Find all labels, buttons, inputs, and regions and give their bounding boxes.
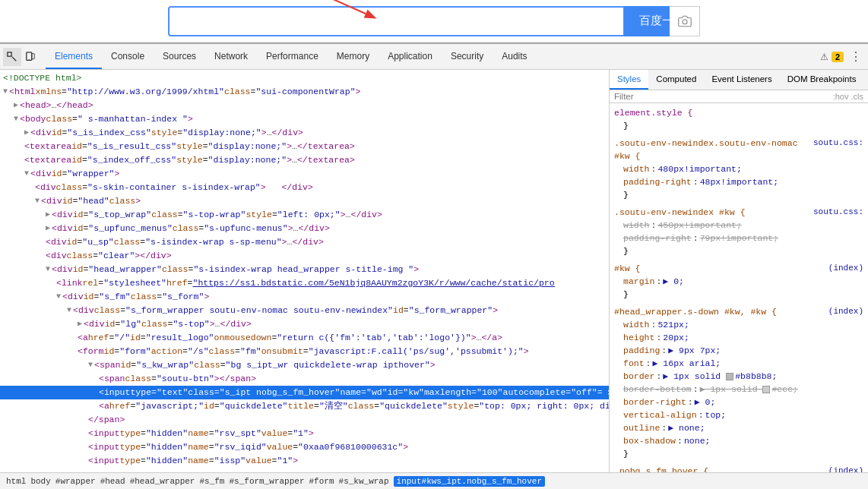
breadcrumb-input-active[interactable]: input#kws_ipt.nobg_s_fm_hover xyxy=(394,476,545,487)
html-line[interactable]: <a href="javascript;" id="quickdelete" t… xyxy=(0,399,609,413)
html-line[interactable]: ▼ <body class=" s-manhattan-index " > xyxy=(0,112,609,126)
devtools-icon-group xyxy=(3,48,40,66)
style-source[interactable]: (index) xyxy=(828,465,863,472)
breadcrumb-wrapper[interactable]: #wrapper xyxy=(55,477,96,486)
styles-tab-computed[interactable]: Computed xyxy=(648,70,704,90)
style-source[interactable]: soutu.css: xyxy=(813,137,863,162)
tab-audits[interactable]: Audits xyxy=(493,44,536,69)
html-line[interactable]: <div class="s-skin-container s-isindex-w… xyxy=(0,181,609,194)
styles-tab-properties[interactable]: Proper... xyxy=(863,70,868,90)
style-rule-2: .soutu-env-newindex #kw { soutu.css: wid… xyxy=(614,206,863,257)
selector-text: .nobg_s_fm_hover { xyxy=(614,465,708,472)
tab-console[interactable]: Console xyxy=(102,44,154,69)
tab-elements[interactable]: Elements xyxy=(46,44,102,69)
tab-memory[interactable]: Memory xyxy=(328,44,379,69)
style-rule-4: #head_wrapper.s-down #kw, #kw { (index) … xyxy=(614,305,863,460)
tab-sources[interactable]: Sources xyxy=(154,44,205,69)
selector-text: .soutu-env-newindex #kw { xyxy=(614,206,746,219)
devtools-body: <!DOCTYPE html> ▼ <html xmlns="http://ww… xyxy=(0,70,868,472)
html-line[interactable]: ▶ <div id="s_top_wrap" class="s-top-wrap… xyxy=(0,208,609,222)
devtools-panel: Elements Console Sources Network Perform… xyxy=(0,43,868,489)
html-line[interactable]: ▶ <div id="s_is_index_css" style="displa… xyxy=(0,126,609,140)
styles-filter-input[interactable] xyxy=(614,92,833,101)
html-line[interactable]: <span class="soutu-btn" ></span> xyxy=(0,372,609,386)
style-rule-3: #kw { (index) margin : ▶ 0; } xyxy=(614,262,863,301)
camera-icon[interactable] xyxy=(670,6,700,36)
tab-performance[interactable]: Performance xyxy=(257,44,328,69)
html-line[interactable]: </span> xyxy=(0,413,609,427)
html-line[interactable]: <div id="u_sp" class="s-isindex-wrap s-s… xyxy=(0,235,609,249)
element-picker-icon[interactable] xyxy=(3,48,21,66)
devtools-toolbar-right: ⚠ 2 ⋮ xyxy=(820,48,865,66)
html-line[interactable]: ▼ <div id="s_fm" class="s_form" > xyxy=(0,290,609,304)
html-line[interactable]: <input type="hidden" name="rsv_spt" valu… xyxy=(0,427,609,440)
style-rule-1: .soutu-env-newindex.soutu-env-nomac #kw … xyxy=(614,137,863,201)
warning-icon: ⚠ xyxy=(820,52,828,62)
html-line[interactable]: <input type="hidden" name="rsv_iqid" val… xyxy=(0,440,609,454)
style-source[interactable]: soutu.css: xyxy=(813,206,863,219)
breadcrumb-head-wrapper[interactable]: #head_wrapper xyxy=(130,477,195,486)
color-swatch xyxy=(762,386,770,393)
device-toolbar-icon[interactable] xyxy=(21,48,40,66)
html-line[interactable]: ▶ <head> … </head> xyxy=(0,99,609,112)
html-line[interactable]: <div class="clear" ></div> xyxy=(0,249,609,263)
devtools-more-menu[interactable]: ⋮ xyxy=(847,48,865,66)
html-line[interactable]: <link rel="stylesheet" href="https://ss1… xyxy=(0,276,555,290)
html-line[interactable]: ▼ <div id="head_wrapper" class="s-isinde… xyxy=(0,263,609,276)
html-line[interactable]: <textarea id="s_index_off_css" style="di… xyxy=(0,153,609,167)
styles-filter-hint: :hov .cls xyxy=(833,92,863,101)
warning-count-badge: 2 xyxy=(832,52,844,62)
html-line[interactable]: ▼ <span id="s_kw_wrap" class="bg s_ipt_w… xyxy=(0,358,609,372)
selector-text: .soutu-env-newindex.soutu-env-nomac #kw … xyxy=(614,137,813,162)
html-line[interactable]: <form id="form" action="/s" class="fm" o… xyxy=(0,345,609,358)
styles-panel: Styles Computed Event Listeners DOM Brea… xyxy=(610,70,868,472)
html-line[interactable]: <input type="hidden" name="issp" value="… xyxy=(0,454,609,468)
html-line[interactable]: <a href="/" id="result_logo" onmousedown… xyxy=(0,331,609,345)
breadcrumb-s-form-wrapper[interactable]: #s_form_wrapper xyxy=(229,477,304,486)
styles-content: element.style { } .soutu-env-newindex.so… xyxy=(610,103,868,472)
selector-text: #kw { xyxy=(614,262,641,275)
svg-point-2 xyxy=(683,19,687,24)
breadcrumb-bar: html body #wrapper #head #head_wrapper #… xyxy=(0,472,868,489)
styles-tab-styles[interactable]: Styles xyxy=(610,70,648,90)
html-line[interactable]: ▼ <html xmlns="http://www.w3.org/1999/xh… xyxy=(0,85,609,99)
breadcrumb-head[interactable]: #head xyxy=(100,477,125,486)
styles-panel-tabs: Styles Computed Event Listeners DOM Brea… xyxy=(610,70,868,90)
html-line[interactable]: ▼ <div id="head" class > xyxy=(0,194,609,208)
devtools-toolbar: Elements Console Sources Network Perform… xyxy=(0,44,868,70)
styles-filter-bar: :hov .cls xyxy=(610,90,868,103)
html-line: <!DOCTYPE html> xyxy=(0,71,609,85)
tab-security[interactable]: Security xyxy=(442,44,493,69)
color-swatch xyxy=(726,373,733,380)
html-panel[interactable]: <!DOCTYPE html> ▼ <html xmlns="http://ww… xyxy=(0,70,610,472)
top-bar: 百度一下 xyxy=(0,0,868,43)
style-rule-5: .nobg_s_fm_hover { (index) border-top: ▶… xyxy=(614,465,863,472)
html-line[interactable]: ▶ <div id="s_upfunc_menus" class="s-upfu… xyxy=(0,222,609,235)
html-line[interactable]: ▼ <div id="wrapper" > xyxy=(0,167,609,181)
style-source[interactable]: (index) xyxy=(828,305,863,318)
selector-text: #head_wrapper.s-down #kw, #kw { xyxy=(614,305,777,318)
styles-tab-event-listeners[interactable]: Event Listeners xyxy=(704,70,779,90)
style-rule-element: element.style { } xyxy=(614,106,863,132)
tab-network[interactable]: Network xyxy=(205,44,257,69)
selector-label: element.style { xyxy=(614,106,693,119)
selected-html-line[interactable]: <input type="text" class="s_ipt nobg_s_f… xyxy=(0,386,609,399)
style-source[interactable]: (index) xyxy=(828,262,863,275)
breadcrumb-html[interactable]: html xyxy=(6,477,26,486)
styles-tab-dom-breakpoints[interactable]: DOM Breakpoints xyxy=(780,70,864,90)
search-input[interactable] xyxy=(168,6,625,36)
html-line[interactable]: <textarea id="s_is_result_css" style="di… xyxy=(0,140,609,153)
breadcrumb-body[interactable]: body xyxy=(30,477,50,486)
html-line[interactable]: ▼ <div class="s_form_wrapper soutu-env-n… xyxy=(0,304,609,317)
svg-rect-3 xyxy=(8,52,11,55)
tab-application[interactable]: Application xyxy=(379,44,442,69)
breadcrumb-s-kw-wrap[interactable]: #s_kw_wrap xyxy=(339,477,389,486)
svg-rect-4 xyxy=(27,52,32,60)
devtools-tabs: Elements Console Sources Network Perform… xyxy=(46,44,537,69)
html-line[interactable]: ▶ <div id="lg" class="s-top" > … </div> xyxy=(0,317,609,331)
breadcrumb-s-fm[interactable]: #s_fm xyxy=(199,477,224,486)
svg-rect-5 xyxy=(28,59,30,60)
breadcrumb-form[interactable]: #form xyxy=(309,477,334,486)
